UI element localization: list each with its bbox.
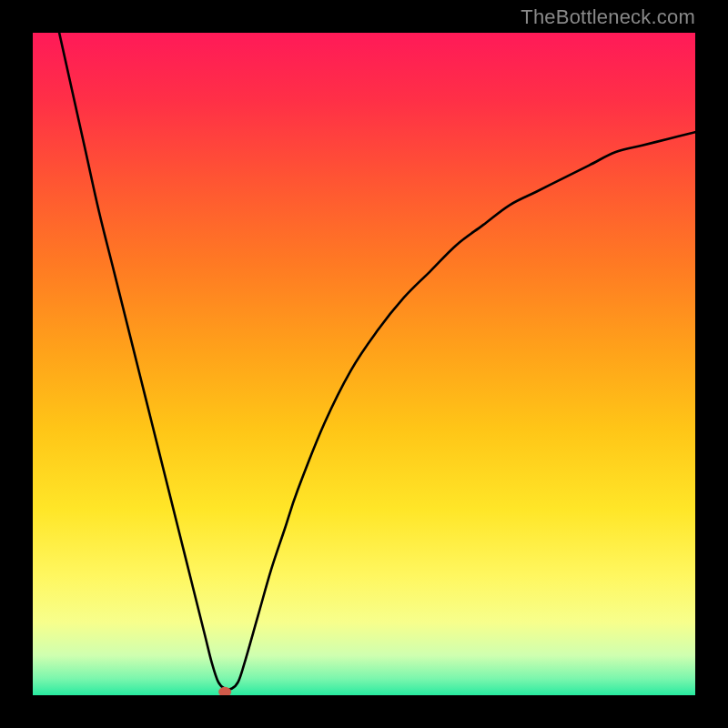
chart-background-gradient	[33, 33, 695, 695]
chart-frame	[33, 33, 695, 695]
chart-svg	[33, 33, 695, 695]
watermark-text: TheBottleneck.com	[521, 5, 695, 29]
